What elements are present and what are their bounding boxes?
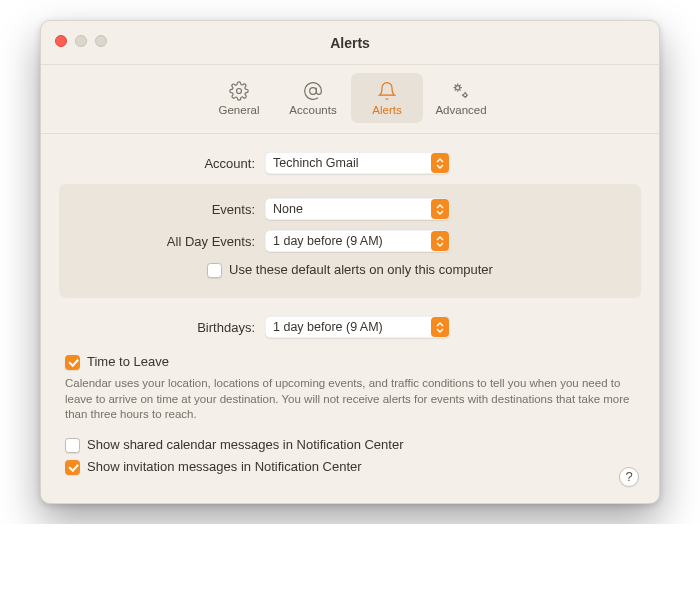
shared-calendar-label: Show shared calendar messages in Notific… bbox=[87, 437, 404, 452]
time-to-leave-label: Time to Leave bbox=[87, 354, 169, 369]
minimize-icon[interactable] bbox=[75, 35, 87, 47]
time-to-leave-checkbox[interactable] bbox=[65, 355, 80, 370]
bell-icon bbox=[377, 81, 397, 101]
gear-icon bbox=[229, 81, 249, 101]
window-title: Alerts bbox=[41, 35, 659, 51]
toolbar: General Accounts Alerts Advanced bbox=[41, 65, 659, 134]
chevron-updown-icon bbox=[431, 317, 449, 337]
birthdays-select[interactable]: 1 day before (9 AM) bbox=[265, 316, 450, 338]
shared-calendar-checkbox[interactable] bbox=[65, 438, 80, 453]
select-value: Techinch Gmail bbox=[273, 156, 358, 170]
help-button[interactable]: ? bbox=[619, 467, 639, 487]
time-to-leave-desc: Calendar uses your location, locations o… bbox=[65, 376, 635, 423]
gears-icon bbox=[451, 81, 471, 101]
account-label: Account: bbox=[65, 156, 265, 171]
tab-accounts[interactable]: Accounts bbox=[277, 73, 349, 123]
allday-label: All Day Events: bbox=[59, 234, 265, 249]
content: Account: Techinch Gmail Events: None bbox=[41, 134, 659, 503]
events-label: Events: bbox=[59, 202, 265, 217]
zoom-icon[interactable] bbox=[95, 35, 107, 47]
tab-label: General bbox=[219, 104, 260, 116]
tab-label: Alerts bbox=[372, 104, 401, 116]
svg-point-2 bbox=[456, 85, 460, 89]
help-label: ? bbox=[625, 469, 632, 484]
allday-select[interactable]: 1 day before (9 AM) bbox=[265, 230, 450, 252]
select-value: 1 day before (9 AM) bbox=[273, 320, 383, 334]
at-icon bbox=[303, 81, 323, 101]
svg-point-1 bbox=[310, 87, 317, 94]
tab-advanced[interactable]: Advanced bbox=[425, 73, 497, 123]
only-this-computer-label: Use these default alerts on only this co… bbox=[229, 262, 493, 277]
select-value: None bbox=[273, 202, 303, 216]
tab-alerts[interactable]: Alerts bbox=[351, 73, 423, 123]
tab-label: Accounts bbox=[289, 104, 336, 116]
chevron-updown-icon bbox=[431, 231, 449, 251]
invitation-label: Show invitation messages in Notification… bbox=[87, 459, 362, 474]
svg-point-0 bbox=[237, 88, 242, 93]
only-this-computer-checkbox[interactable] bbox=[207, 263, 222, 278]
birthdays-label: Birthdays: bbox=[65, 320, 265, 335]
account-select[interactable]: Techinch Gmail bbox=[265, 152, 450, 174]
defaults-panel: Events: None All Day Events: 1 day befor… bbox=[59, 184, 641, 298]
events-select[interactable]: None bbox=[265, 198, 450, 220]
chevron-updown-icon bbox=[431, 199, 449, 219]
titlebar: Alerts bbox=[41, 21, 659, 65]
tab-label: Advanced bbox=[435, 104, 486, 116]
tab-general[interactable]: General bbox=[203, 73, 275, 123]
preferences-window: Alerts General Accounts Alerts Advanced bbox=[40, 20, 660, 504]
chevron-updown-icon bbox=[431, 153, 449, 173]
select-value: 1 day before (9 AM) bbox=[273, 234, 383, 248]
svg-point-3 bbox=[464, 93, 467, 96]
close-icon[interactable] bbox=[55, 35, 67, 47]
invitation-checkbox[interactable] bbox=[65, 460, 80, 475]
traffic-lights bbox=[55, 35, 107, 47]
